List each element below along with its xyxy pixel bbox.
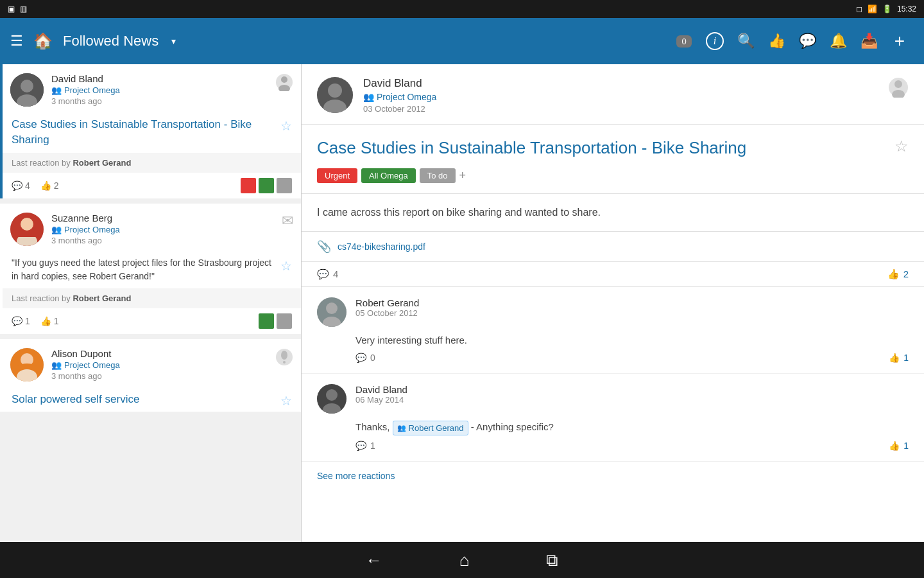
time-ago-3: 3 months ago — [51, 371, 268, 381]
news-item-3-title[interactable]: ☆ Solar powered self service — [3, 387, 301, 412]
chat-button[interactable]: 💬 — [793, 27, 821, 55]
comment-1-like[interactable]: 👍 1 — [889, 353, 909, 363]
menu-button[interactable]: ☰ — [10, 33, 23, 49]
reactions-right: 👍 2 — [887, 268, 909, 280]
svg-point-23 — [326, 302, 338, 314]
inbox-icon: 📥 — [860, 33, 878, 49]
post-header: David Bland 👥 Project Omega 03 October 2… — [302, 64, 924, 125]
news-item-2-meta: Suzanne Berg 👥 Project Omega 3 months ag… — [51, 213, 274, 245]
notifications-button[interactable]: 🔔 — [824, 27, 852, 55]
tag-urgent[interactable]: Urgent — [317, 168, 357, 183]
like-icon-2: 👍 — [40, 316, 51, 326]
comment-stat-2: 💬 1 — [12, 316, 30, 326]
home-nav-button[interactable]: ⌂ — [459, 550, 470, 570]
comment-like-count-1: 1 — [903, 353, 909, 363]
comment-1-header: Robert Gerand 05 October 2012 — [317, 297, 909, 327]
comment-2: David Bland 06 May 2014 Thanks, 👥 Robert… — [302, 374, 924, 462]
svg-point-17 — [328, 83, 342, 98]
news-item-3-header: Alison Dupont 👥 Project Omega 3 months a… — [3, 339, 301, 387]
wifi-icon: 📶 — [868, 4, 877, 13]
avatar-suzanne-berg — [10, 213, 44, 246]
app-title: Followed News — [63, 33, 158, 49]
svg-point-7 — [21, 218, 33, 231]
svg-point-14 — [281, 351, 287, 360]
post-avatar-david — [317, 77, 353, 113]
mention-badge[interactable]: 👥 Robert Gerand — [393, 421, 468, 436]
like-count-post: 2 — [903, 268, 909, 279]
search-icon: 🔍 — [737, 33, 755, 49]
comment-2-author: David Bland — [355, 384, 909, 395]
post-project[interactable]: 👥 Project Omega — [363, 92, 878, 102]
people-icon-2: 👥 — [51, 225, 62, 234]
project-link-1[interactable]: 👥 Project Omega — [51, 85, 268, 95]
comment-section: Robert Gerand 05 October 2012 Very inter… — [302, 287, 924, 462]
attachment-bar[interactable]: 📎 cs74e-bikesharing.pdf — [302, 232, 924, 262]
tag-all-omega[interactable]: All Omega — [361, 168, 416, 183]
badge-button[interactable]: 0 — [670, 27, 698, 55]
color-dots-2 — [259, 313, 292, 329]
comment-stat-1: 💬 4 — [12, 180, 30, 191]
comment-1-stats: 💬 0 — [355, 353, 375, 363]
comment-icon-2: 💬 — [12, 316, 22, 326]
post-title-section: Case Studies in Sustainable Transportati… — [302, 125, 924, 194]
author-name-1: David Bland — [51, 73, 268, 84]
news-item-2[interactable]: Suzanne Berg 👥 Project Omega 3 months ag… — [0, 204, 301, 334]
news-item-1-title[interactable]: ☆ Case Studies in Sustainable Transporta… — [3, 112, 301, 153]
search-button[interactable]: 🔍 — [732, 27, 760, 55]
action-icon-1[interactable] — [275, 73, 293, 95]
tag-to-do[interactable]: To do — [420, 168, 456, 183]
avatar-alison-dupont — [10, 348, 44, 381]
recents-button[interactable]: ⧉ — [546, 550, 558, 570]
comment-like-count-2: 1 — [903, 441, 909, 451]
info-button[interactable]: i — [701, 27, 729, 55]
news-item-1[interactable]: David Bland 👥 Project Omega 3 months ago — [0, 64, 301, 198]
comment-avatar-robert — [317, 297, 346, 327]
app-bar: ☰ 🏠 Followed News ▾ 0 i 🔍 👍 💬 🔔 📥 + — [0, 18, 924, 64]
dropdown-arrow-icon[interactable]: ▾ — [171, 36, 176, 46]
like-stat-2: 👍 1 — [40, 316, 59, 326]
people-icon-1: 👥 — [51, 85, 62, 95]
color-dot-gray-1 — [277, 178, 292, 193]
post-star-button[interactable]: ☆ — [894, 137, 909, 155]
news-item-3[interactable]: Alison Dupont 👥 Project Omega 3 months a… — [0, 339, 301, 412]
news-item-2-footer: Last reaction by Robert Gerand — [3, 288, 301, 308]
star-icon-2[interactable]: ☆ — [280, 256, 292, 276]
comment-1-footer: 💬 0 👍 1 — [317, 353, 909, 363]
like-button[interactable]: 👍 — [762, 27, 791, 55]
comment-icon-post: 💬 — [317, 268, 329, 280]
comment-1-date: 05 October 2012 — [355, 308, 909, 318]
status-bar: ▣ ▥ ◻ 📶 🔋 15:32 — [0, 0, 924, 18]
project-link-2[interactable]: 👥 Project Omega — [51, 225, 274, 234]
news-item-2-stats: 💬 1 👍 1 — [3, 308, 301, 334]
clock: 15:32 — [897, 4, 916, 13]
reactions-bar: 💬 4 👍 2 — [302, 262, 924, 287]
comment-reply-icon-1: 💬 — [355, 353, 366, 363]
post-date: 03 October 2012 — [363, 104, 878, 114]
color-dots-1 — [241, 178, 292, 193]
add-tag-button[interactable]: + — [459, 169, 466, 182]
project-link-3[interactable]: 👥 Project Omega — [51, 360, 268, 370]
back-button[interactable]: ← — [366, 550, 382, 570]
comment-avatar-david — [317, 384, 346, 414]
home-icon[interactable]: 🏠 — [33, 32, 53, 50]
post-action-icon[interactable] — [888, 77, 909, 101]
mention-name: Robert Gerand — [409, 422, 464, 435]
comment-2-date: 06 May 2014 — [355, 395, 909, 405]
comment-2-like[interactable]: 👍 1 — [889, 441, 909, 451]
bell-icon: 🔔 — [830, 33, 847, 49]
comment-count-post: 4 — [333, 268, 338, 279]
post-author: David Bland — [363, 77, 878, 90]
inbox-button[interactable]: 📥 — [855, 27, 883, 55]
star-icon-1[interactable]: ☆ — [280, 117, 292, 135]
action-icon-3[interactable] — [275, 348, 293, 370]
post-meta: David Bland 👥 Project Omega 03 October 2… — [363, 77, 878, 114]
attachment-icon: 📎 — [317, 240, 331, 254]
see-more-reactions-button[interactable]: See more reactions — [302, 462, 924, 490]
comment-2-header: David Bland 06 May 2014 — [317, 384, 909, 414]
add-button[interactable]: + — [886, 27, 914, 55]
star-icon-3[interactable]: ☆ — [280, 392, 292, 410]
time-ago-2: 3 months ago — [51, 236, 274, 245]
comment-2-footer: 💬 1 👍 1 — [317, 441, 909, 451]
post-title: Case Studies in Sustainable Transportati… — [317, 137, 884, 159]
action-icon-2[interactable]: ✉ — [282, 213, 293, 229]
